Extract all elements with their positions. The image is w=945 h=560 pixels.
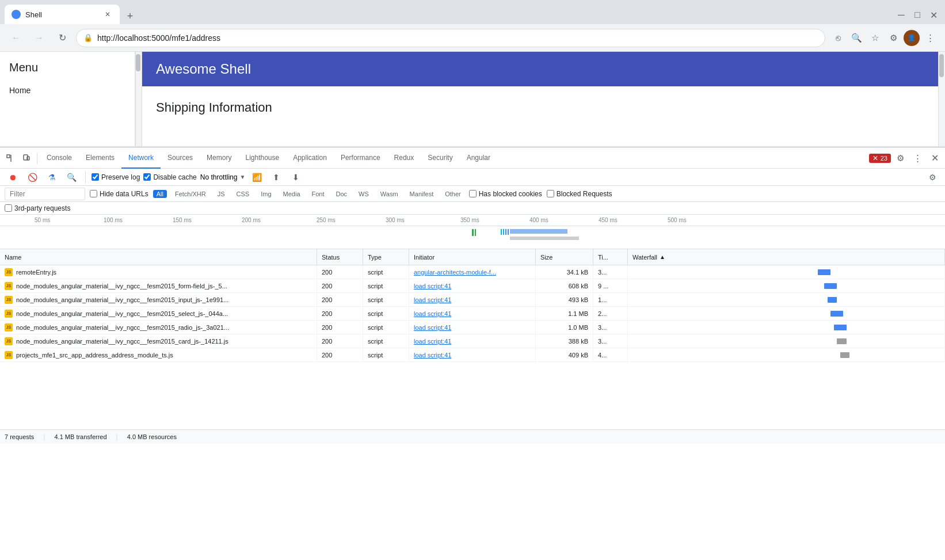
tab-close-button[interactable]: ✕ bbox=[102, 9, 113, 20]
table-row[interactable]: JS node_modules_angular_material__ivy_ng… bbox=[0, 279, 945, 293]
td-time: 3... bbox=[593, 321, 628, 334]
upload-icon[interactable]: ⬆ bbox=[268, 169, 284, 185]
preserve-log-label[interactable]: Preserve log bbox=[92, 173, 140, 181]
td-initiator: angular-architects-module-f... bbox=[409, 265, 536, 279]
initiator-link[interactable]: angular-architects-module-f... bbox=[414, 269, 496, 276]
tab-bar: Shell ✕ + ─ □ ✕ bbox=[0, 0, 945, 24]
extensions-icon[interactable]: ⚙ bbox=[885, 30, 901, 46]
download-icon[interactable]: ⬇ bbox=[288, 169, 304, 185]
filter-doc[interactable]: Doc bbox=[333, 190, 351, 198]
nav-item-home[interactable]: Home bbox=[9, 83, 125, 97]
devtools-settings-button[interactable]: ⚙ bbox=[892, 150, 908, 166]
td-size: 1.0 MB bbox=[536, 321, 593, 334]
table-row[interactable]: JS node_modules_angular_material__ivy_ng… bbox=[0, 321, 945, 334]
td-type: script bbox=[363, 307, 409, 320]
initiator-link[interactable]: load script:41 bbox=[414, 296, 451, 303]
filter-all-button[interactable]: All bbox=[153, 190, 167, 198]
preserve-log-checkbox[interactable] bbox=[92, 173, 99, 181]
filter-media[interactable]: Media bbox=[280, 190, 304, 198]
third-party-label[interactable]: 3rd-party requests bbox=[5, 204, 70, 212]
filter-img[interactable]: Img bbox=[257, 190, 275, 198]
filter-font[interactable]: Font bbox=[308, 190, 328, 198]
devtools-more-button[interactable]: ⋮ bbox=[909, 150, 925, 166]
hide-data-urls-label[interactable]: Hide data URLs bbox=[90, 190, 148, 198]
page-scrollbar[interactable] bbox=[938, 52, 945, 146]
td-type: script bbox=[363, 348, 409, 361]
cast-icon[interactable]: ⎋ bbox=[830, 30, 846, 46]
filter-ws[interactable]: WS bbox=[355, 190, 372, 198]
table-row[interactable]: JS node_modules_angular_material__ivy_ng… bbox=[0, 307, 945, 321]
devtools-close-button[interactable]: ✕ bbox=[927, 150, 943, 166]
table-row[interactable]: JS projects_mfe1_src_app_address_address… bbox=[0, 348, 945, 362]
filter-input[interactable] bbox=[5, 188, 85, 200]
zoom-icon[interactable]: 🔍 bbox=[848, 30, 864, 46]
search-button[interactable]: 🔍 bbox=[63, 169, 79, 185]
disable-cache-label[interactable]: Disable cache bbox=[143, 173, 196, 181]
tick-150ms: 150 ms bbox=[173, 217, 192, 223]
minimize-button[interactable]: ─ bbox=[894, 8, 908, 22]
blocked-requests-label[interactable]: Blocked Requests bbox=[547, 190, 612, 198]
th-type[interactable]: Type bbox=[363, 249, 409, 265]
filter-button[interactable]: ⚗ bbox=[44, 169, 60, 185]
tab-performance[interactable]: Performance bbox=[334, 148, 387, 169]
has-blocked-cookies-checkbox[interactable] bbox=[469, 190, 477, 197]
browser-tab-shell[interactable]: Shell ✕ bbox=[5, 5, 120, 24]
filter-fetch-xhr[interactable]: Fetch/XHR bbox=[172, 190, 209, 198]
tab-network[interactable]: Network bbox=[121, 148, 161, 169]
table-row[interactable]: JS node_modules_angular_material__ivy_ng… bbox=[0, 334, 945, 348]
tab-sources[interactable]: Sources bbox=[161, 148, 200, 169]
new-tab-button[interactable]: + bbox=[122, 8, 138, 24]
maximize-button[interactable]: □ bbox=[910, 8, 924, 22]
error-badge[interactable]: ✕ 23 bbox=[869, 154, 891, 163]
profile-avatar[interactable]: 👤 bbox=[904, 30, 920, 46]
url-bar[interactable]: 🔒 http://localhost:5000/mfe1/address bbox=[76, 29, 825, 47]
tab-lighthouse[interactable]: Lighthouse bbox=[238, 148, 286, 169]
bookmark-icon[interactable]: ☆ bbox=[867, 30, 883, 46]
th-status[interactable]: Status bbox=[317, 249, 363, 265]
inspect-element-icon[interactable] bbox=[2, 150, 18, 166]
clear-button[interactable]: 🚫 bbox=[24, 169, 40, 185]
table-row[interactable]: JS node_modules_angular_material__ivy_ng… bbox=[0, 293, 945, 307]
initiator-link[interactable]: load script:41 bbox=[414, 338, 451, 345]
filter-other[interactable]: Other bbox=[441, 190, 464, 198]
tab-elements[interactable]: Elements bbox=[79, 148, 121, 169]
tab-memory[interactable]: Memory bbox=[200, 148, 238, 169]
th-waterfall[interactable]: Waterfall ▲ bbox=[628, 249, 945, 265]
forward-button[interactable]: → bbox=[30, 29, 48, 47]
hide-data-urls-checkbox[interactable] bbox=[90, 190, 97, 197]
filter-css[interactable]: CSS bbox=[233, 190, 253, 198]
timeline-bar-gray-wide bbox=[510, 237, 579, 240]
tab-application[interactable]: Application bbox=[286, 148, 334, 169]
close-window-button[interactable]: ✕ bbox=[927, 8, 940, 22]
throttle-select[interactable]: No throttling ▼ bbox=[200, 173, 246, 181]
back-button[interactable]: ← bbox=[7, 29, 25, 47]
wifi-icon[interactable]: 📶 bbox=[249, 169, 265, 185]
initiator-link[interactable]: load script:41 bbox=[414, 352, 451, 359]
third-party-checkbox[interactable] bbox=[5, 204, 12, 212]
filter-manifest[interactable]: Manifest bbox=[406, 190, 437, 198]
menu-icon[interactable]: ⋮ bbox=[922, 30, 938, 46]
th-time[interactable]: Ti... bbox=[593, 249, 628, 265]
device-toggle-icon[interactable] bbox=[18, 150, 35, 166]
blocked-requests-checkbox[interactable] bbox=[547, 190, 554, 197]
th-size[interactable]: Size bbox=[536, 249, 593, 265]
disable-cache-checkbox[interactable] bbox=[143, 173, 151, 181]
th-name[interactable]: Name bbox=[0, 249, 317, 265]
filter-wasm[interactable]: Wasm bbox=[377, 190, 402, 198]
filter-js[interactable]: JS bbox=[214, 190, 228, 198]
tab-security[interactable]: Security bbox=[421, 148, 459, 169]
tab-console[interactable]: Console bbox=[40, 148, 79, 169]
initiator-link[interactable]: load script:41 bbox=[414, 324, 451, 331]
reload-button[interactable]: ↻ bbox=[53, 29, 71, 47]
record-button[interactable]: ⏺ bbox=[5, 169, 21, 185]
table-row[interactable]: JS remoteEntry.js 200 script angular-arc… bbox=[0, 265, 945, 279]
sidebar-scrollbar[interactable] bbox=[135, 52, 142, 146]
initiator-link[interactable]: load script:41 bbox=[414, 310, 451, 317]
tab-redux[interactable]: Redux bbox=[387, 148, 421, 169]
has-blocked-cookies-label[interactable]: Has blocked cookies bbox=[469, 190, 542, 198]
th-initiator[interactable]: Initiator bbox=[409, 249, 536, 265]
initiator-link[interactable]: load script:41 bbox=[414, 283, 451, 289]
network-settings-btn[interactable]: ⚙ bbox=[924, 169, 940, 185]
tab-angular[interactable]: Angular bbox=[460, 148, 497, 169]
tick-400ms: 400 ms bbox=[529, 217, 548, 223]
